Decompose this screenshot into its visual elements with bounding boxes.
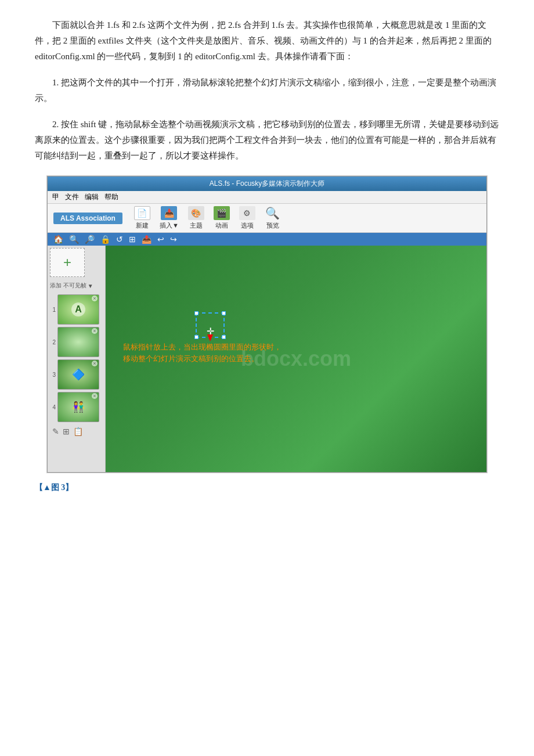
home-icon[interactable]: 🏠 — [53, 235, 63, 244]
canvas-area: bdocx.com ✛ 鼠标指针放上去，当出现椭圆圈里面的形状时， 移动整个幻灯… — [106, 246, 486, 472]
new-icon: 📄 — [134, 206, 150, 220]
slide-action-icon-1[interactable]: ✎ — [52, 427, 59, 436]
export-icon[interactable]: 📤 — [142, 235, 151, 244]
anim-button[interactable]: 🎬 动画 — [214, 206, 230, 230]
zoom-out-icon[interactable]: 🔎 — [85, 235, 95, 244]
option-icon: ⚙ — [239, 206, 255, 220]
intro-paragraph: 下面就以合并 1.fs 和 2.fs 这两个文件为例，把 2.fs 合并到 1.… — [35, 17, 499, 64]
main-area: + 添加 不可见帧 ▼ 1 A × 2 — [48, 246, 486, 472]
slide-close-3[interactable]: × — [92, 361, 98, 366]
menu-item-file[interactable]: 文件 — [65, 192, 79, 202]
handle-bottomright — [222, 335, 226, 339]
insert-label: 插入▼ — [160, 221, 179, 230]
slide-num-4: 4 — [50, 404, 56, 411]
new-button[interactable]: 📄 新建 — [134, 206, 150, 230]
preview-button[interactable]: 🔍 预览 — [265, 206, 281, 230]
slide-thumb-2: 2 × — [50, 327, 103, 357]
annotation-line2: 移动整个幻灯片演示文稿到别的位置去。 — [123, 353, 282, 365]
lock-icon[interactable]: 🔒 — [100, 235, 110, 244]
slides-panel: + 添加 不可见帧 ▼ 1 A × 2 — [48, 246, 106, 472]
slide-thumb-3: 3 🔷 × — [50, 359, 103, 390]
preview-icon: 🔍 — [265, 206, 281, 220]
dropdown-icon[interactable]: ▼ — [88, 283, 93, 289]
rotate-icon[interactable]: ↺ — [116, 235, 123, 244]
figure-container: ALS.fs - Focusky多媒体演示制作大师 甲 文件 编辑 帮助 ALS… — [46, 175, 488, 473]
preview-label: 预览 — [266, 221, 279, 230]
handle-bottomleft — [194, 335, 199, 339]
figure-caption: 【▲图 3】 — [35, 479, 499, 493]
slide-close-1[interactable]: × — [92, 296, 98, 301]
menu-item-edit[interactable]: 编辑 — [85, 192, 99, 202]
slide-close-2[interactable]: × — [92, 328, 98, 334]
option-label: 选项 — [241, 221, 254, 230]
slide-img-4[interactable]: 👫 × — [57, 392, 99, 422]
toolbar-group: 📄 新建 📥 插入▼ 🎨 主题 🎬 动画 ⚙ 选项 — [134, 206, 281, 230]
theme-icon: 🎨 — [188, 206, 204, 220]
slide-close-4[interactable]: × — [92, 393, 98, 399]
option-button[interactable]: ⚙ 选项 — [239, 206, 255, 230]
new-label: 新建 — [136, 221, 149, 230]
step2-paragraph: 2. 按住 shift 键，拖动鼠标全选整个动画视频演示文稿，把它移动到别的位置… — [35, 117, 499, 164]
redo-icon[interactable]: ↪ — [170, 235, 177, 244]
software-window: ALS.fs - Focusky多媒体演示制作大师 甲 文件 编辑 帮助 ALS… — [47, 176, 487, 473]
slide-bottom-icons: ✎ ⊞ 📋 — [50, 426, 103, 437]
toolbar: ALS Association 📄 新建 📥 插入▼ 🎨 主题 🎬 动画 — [48, 204, 486, 233]
theme-label: 主题 — [190, 221, 203, 230]
handle-topleft — [194, 311, 199, 315]
annotation-text: 鼠标指针放上去，当出现椭圆圈里面的形状时， 移动整个幻灯片演示文稿到别的位置去。 — [123, 341, 282, 364]
plus-icon: + — [63, 254, 71, 271]
slide-letter-1: A — [71, 303, 85, 316]
second-toolbar: 🏠 🔍 🔎 🔒 ↺ ⊞ 📤 ↩ ↪ — [48, 233, 486, 246]
slide-img-3[interactable]: 🔷 × — [57, 359, 99, 390]
menu-bar: 甲 文件 编辑 帮助 — [48, 191, 486, 204]
slide-action-icon-3[interactable]: 📋 — [73, 427, 83, 436]
insert-button[interactable]: 📥 插入▼ — [160, 206, 179, 230]
slide-thumb-1: 1 A × — [50, 294, 103, 325]
template-box: + — [50, 248, 85, 277]
red-arrow-indicator — [207, 334, 213, 341]
add-invisible-frame-label: 添加 不可见帧 ▼ — [50, 282, 103, 290]
menu-item-jia[interactable]: 甲 — [52, 192, 59, 202]
slide-thumb-4: 4 👫 × — [50, 392, 103, 422]
handle-topright — [222, 311, 226, 315]
anim-icon: 🎬 — [214, 206, 230, 220]
annotation-line1: 鼠标指针放上去，当出现椭圆圈里面的形状时， — [123, 341, 282, 353]
title-text: ALS.fs - Focusky多媒体演示制作大师 — [210, 179, 325, 188]
slide-num-3: 3 — [50, 372, 56, 378]
step1-paragraph: 1. 把这两个文件的其中一个打开，滑动鼠标滚轮把整个幻灯片演示文稿缩小，缩到很小… — [35, 75, 499, 106]
grid-icon[interactable]: ⊞ — [129, 235, 136, 244]
insert-icon: 📥 — [161, 206, 177, 220]
brand-label: ALS Association — [53, 213, 122, 224]
slide-num-1: 1 — [50, 307, 56, 313]
slide-num-2: 2 — [50, 339, 56, 345]
zoom-in-icon[interactable]: 🔍 — [69, 235, 79, 244]
menu-item-help[interactable]: 帮助 — [104, 192, 118, 202]
slide-img-2[interactable]: × — [57, 327, 99, 357]
title-bar: ALS.fs - Focusky多媒体演示制作大师 — [48, 177, 486, 191]
slide-img-1[interactable]: A × — [57, 294, 99, 325]
slide-action-icon-2[interactable]: ⊞ — [63, 427, 70, 436]
anim-label: 动画 — [215, 221, 228, 230]
undo-icon[interactable]: ↩ — [157, 235, 164, 244]
theme-button[interactable]: 🎨 主题 — [188, 206, 204, 230]
